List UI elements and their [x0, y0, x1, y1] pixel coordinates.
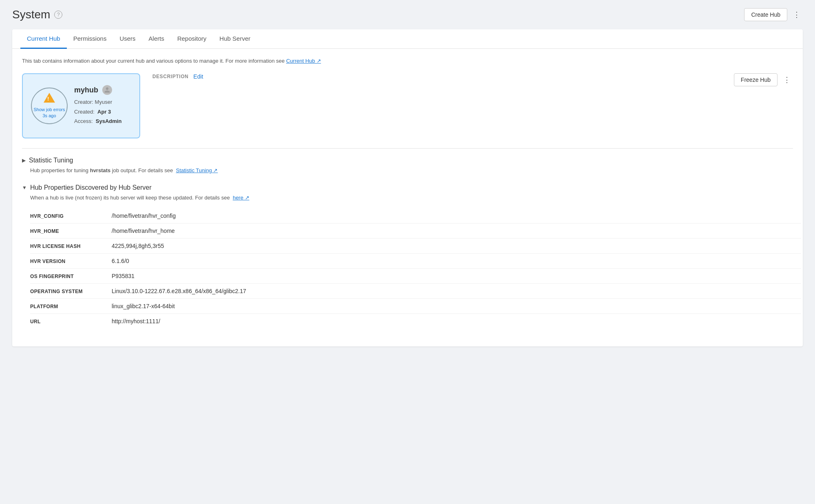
- hub-access: Access: SysAdmin: [74, 116, 131, 126]
- table-row: HVR LICENSE HASH4225,994j,8gh5,3r55: [30, 239, 801, 254]
- table-row: OS FINGERPRINTP935831: [30, 269, 801, 284]
- info-text: This tab contains information about your…: [22, 57, 793, 65]
- prop-value: P935831: [112, 273, 134, 279]
- create-hub-button[interactable]: Create Hub: [744, 8, 787, 21]
- prop-value: linux_glibc2.17-x64-64bit: [112, 303, 175, 309]
- info-text-link[interactable]: Current Hub ↗: [286, 58, 321, 64]
- user-avatar: [102, 85, 112, 95]
- prop-key: URL: [30, 319, 112, 324]
- created-value: Apr 3: [97, 109, 111, 115]
- hub-name: myhub: [74, 85, 131, 95]
- main-card: Current Hub Permissions Users Alerts Rep…: [12, 29, 803, 346]
- table-row: URLhttp://myhost:1111/: [30, 314, 801, 329]
- table-row: PLATFORMlinux_glibc2.17-x64-64bit: [30, 299, 801, 314]
- prop-value: 6.1.6/0: [112, 258, 129, 264]
- description-label: DESCRIPTION: [152, 74, 189, 79]
- info-text-prefix: This tab contains information about your…: [22, 58, 285, 64]
- table-row: OPERATING SYSTEMLinux/3.10.0-1222.67.6.e…: [30, 284, 801, 299]
- hub-meta: Creator: Myuser Created: Apr 3 Access: S: [74, 97, 131, 126]
- hub-properties-title: Hub Properties Discovered by Hub Server: [30, 184, 152, 191]
- page-header: System ? Create Hub ⋮: [12, 8, 803, 21]
- warning-triangle-icon: [44, 93, 55, 103]
- tab-hub-server[interactable]: Hub Server: [213, 29, 257, 49]
- chevron-down-icon: ▼: [22, 185, 27, 191]
- st-link[interactable]: Statistic Tuning ↗: [176, 167, 218, 173]
- hub-creator: Creator: Myuser: [74, 97, 131, 107]
- page-title: System ?: [12, 8, 62, 21]
- statistic-tuning-header[interactable]: ▶ Statistic Tuning: [22, 157, 793, 164]
- prop-value: /home/fivetran/hvr_config: [112, 213, 176, 219]
- access-label: Access:: [74, 118, 93, 124]
- st-desc-bold: hvrstats: [90, 167, 111, 173]
- prop-key: OPERATING SYSTEM: [30, 289, 112, 294]
- hp-desc: When a hub is live (not frozen) its hub …: [30, 195, 230, 201]
- prop-key: OS FINGERPRINT: [30, 274, 112, 279]
- statistic-tuning-title: Statistic Tuning: [29, 157, 73, 164]
- hub-icon-circle[interactable]: Show job errors3s ago: [31, 88, 68, 124]
- tab-content: This tab contains information about your…: [12, 49, 803, 346]
- hub-name-text: myhub: [74, 86, 98, 94]
- hp-link[interactable]: here ↗: [233, 195, 249, 201]
- header-actions: Create Hub ⋮: [744, 8, 803, 21]
- tab-users[interactable]: Users: [113, 29, 142, 49]
- tab-alerts[interactable]: Alerts: [142, 29, 171, 49]
- hub-card: Show job errors3s ago myhub: [22, 73, 140, 138]
- prop-key: HVR_HOME: [30, 228, 112, 234]
- prop-key: HVR LICENSE HASH: [30, 243, 112, 249]
- description-header: DESCRIPTION Edit: [152, 73, 203, 80]
- prop-key: HVR VERSION: [30, 259, 112, 264]
- hub-info: myhub Creator: Myuser: [74, 85, 131, 126]
- tab-permissions[interactable]: Permissions: [67, 29, 113, 49]
- tab-repository[interactable]: Repository: [171, 29, 213, 49]
- created-label: Created:: [74, 109, 95, 115]
- table-row: HVR_CONFIG/home/fivetran/hvr_config: [30, 208, 801, 224]
- prop-key: HVR_CONFIG: [30, 213, 112, 219]
- prop-key: PLATFORM: [30, 304, 112, 309]
- header-kebab-button[interactable]: ⋮: [791, 9, 803, 21]
- access-value: SysAdmin: [96, 118, 122, 124]
- table-row: HVR_HOME/home/fivetran/hvr_home: [30, 224, 801, 239]
- prop-value: 4225,994j,8gh5,3r55: [112, 243, 164, 249]
- statistic-tuning-section: ▶ Statistic Tuning Hub properties for tu…: [22, 157, 793, 175]
- hub-created: Created: Apr 3: [74, 107, 131, 116]
- chevron-right-icon: ▶: [22, 158, 26, 163]
- freeze-hub-button[interactable]: Freeze Hub: [734, 73, 778, 86]
- tabs-bar: Current Hub Permissions Users Alerts Rep…: [12, 29, 803, 49]
- st-desc-suffix: job output. For details see: [110, 167, 173, 173]
- table-row: HVR VERSION6.1.6/0: [30, 254, 801, 269]
- freeze-kebab-button[interactable]: ⋮: [781, 74, 793, 86]
- st-desc-prefix: Hub properties for tuning: [30, 167, 90, 173]
- creator-label: Creator:: [74, 99, 93, 105]
- freeze-section: Freeze Hub ⋮: [734, 73, 793, 86]
- title-text: System: [12, 8, 50, 21]
- properties-table: HVR_CONFIG/home/fivetran/hvr_configHVR_H…: [30, 208, 801, 329]
- hub-properties-desc: When a hub is live (not frozen) its hub …: [30, 194, 793, 202]
- prop-value: Linux/3.10.0-1222.67.6.e28.x86_64/x86_64…: [112, 288, 246, 294]
- prop-value: /home/fivetran/hvr_home: [112, 228, 175, 234]
- creator-value: Myuser: [95, 99, 112, 105]
- hub-properties-header[interactable]: ▼ Hub Properties Discovered by Hub Serve…: [22, 184, 793, 191]
- section-divider: [22, 148, 793, 149]
- tab-current-hub[interactable]: Current Hub: [20, 29, 67, 49]
- description-section: DESCRIPTION Edit: [152, 73, 203, 84]
- edit-link[interactable]: Edit: [194, 73, 203, 80]
- hub-icon-text[interactable]: Show job errors3s ago: [33, 107, 65, 118]
- help-icon[interactable]: ?: [54, 11, 62, 19]
- prop-value: http://myhost:1111/: [112, 318, 160, 324]
- hub-properties-section: ▼ Hub Properties Discovered by Hub Serve…: [22, 184, 793, 329]
- statistic-tuning-desc: Hub properties for tuning hvrstats job o…: [30, 167, 793, 175]
